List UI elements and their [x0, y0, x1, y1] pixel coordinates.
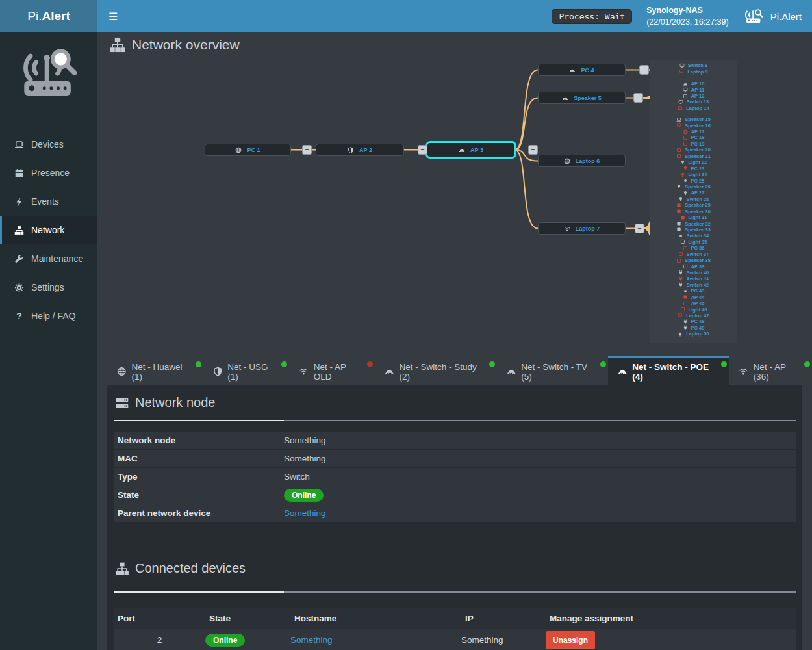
- network-node-ap-3[interactable]: AP 3: [425, 141, 516, 159]
- square-icon: [680, 239, 685, 244]
- device-node-pc-19[interactable]: PC 19: [650, 141, 737, 147]
- device-node-laptop-9[interactable]: Laptop 9: [650, 68, 737, 74]
- sidebar-item-presence[interactable]: Presence: [0, 159, 97, 187]
- app-logo[interactable]: Pi.Alert: [0, 0, 97, 32]
- hostname-link[interactable]: Something: [290, 635, 333, 645]
- device-node-label: Switch 28: [687, 196, 709, 202]
- sidebar-item-events[interactable]: Events: [0, 187, 97, 216]
- device-node-ap-12[interactable]: AP 12: [650, 93, 737, 99]
- network-node-pc-1[interactable]: PC 1: [205, 144, 291, 156]
- state-cell: Online: [205, 634, 290, 647]
- device-node-ap-44[interactable]: AP 44: [650, 294, 737, 300]
- sidebar-item-maintenance[interactable]: Maintenance: [0, 244, 97, 273]
- sidebar-item-help-faq[interactable]: ?Help / FAQ: [0, 302, 97, 330]
- sidebar-menu: DevicesPresenceEventsNetworkMaintenanceS…: [0, 130, 97, 330]
- device-node-laptop-47[interactable]: Laptop 47: [650, 313, 737, 318]
- bulb-icon: [683, 166, 688, 171]
- sidebar-item-devices[interactable]: Devices: [0, 130, 97, 159]
- status-dot-green: [281, 361, 287, 367]
- device-node-label: PC 43: [691, 288, 705, 294]
- device-node-switch-13[interactable]: Switch 13: [650, 99, 737, 105]
- status-dot-green: [721, 361, 727, 367]
- device-node-laptop-14[interactable]: Laptop 14: [650, 105, 737, 111]
- square-filled-icon: [676, 227, 681, 232]
- tab-net-switch-poe-4[interactable]: Net - Switch - POE (4): [608, 356, 729, 385]
- property-value: Something: [284, 508, 796, 518]
- plug-icon: [678, 276, 683, 281]
- network-node-pc-4[interactable]: PC 4: [538, 64, 626, 76]
- tab-label: Net - Switch - POE (4): [632, 362, 719, 382]
- network-node-laptop-6[interactable]: Laptop 6: [538, 155, 626, 167]
- tab-net-switch-tv-5[interactable]: Net - Switch - TV (5): [497, 356, 608, 385]
- device-node-pc-43[interactable]: PC 43: [650, 288, 737, 294]
- device-node-switch-41[interactable]: Switch 41: [650, 276, 737, 281]
- device-node-pc-23[interactable]: PC 23: [650, 165, 737, 171]
- wrench-icon: [14, 254, 24, 264]
- device-node-speaker-30[interactable]: Speaker 30: [650, 208, 737, 214]
- device-node-light-31[interactable]: Light 31: [650, 214, 737, 220]
- device-node-switch-37[interactable]: Switch 37: [650, 251, 737, 257]
- device-node-light-35[interactable]: Light 35: [650, 239, 737, 245]
- device-node-switch-28[interactable]: Switch 28: [650, 196, 737, 202]
- sidebar-item-network[interactable]: Network: [0, 216, 97, 244]
- tab-net-huawei-1[interactable]: Net - Huawei (1): [107, 356, 203, 385]
- device-node-laptop-50[interactable]: Laptop 50: [650, 331, 737, 337]
- unassign-button[interactable]: Unassign: [546, 631, 595, 649]
- collapse-button[interactable]: −: [302, 145, 312, 155]
- device-node-speaker-16[interactable]: Speaker 16: [650, 122, 737, 128]
- device-node-pc-49[interactable]: PC 49: [650, 325, 737, 331]
- device-node-pc-18[interactable]: PC 18: [650, 135, 737, 140]
- device-node-switch-34[interactable]: Switch 34: [650, 233, 737, 239]
- device-node-label: PC 25: [691, 178, 705, 184]
- property-row-state: StateOnline: [114, 486, 796, 504]
- device-node-speaker-20[interactable]: Speaker 20: [650, 147, 737, 153]
- collapse-button[interactable]: −: [633, 93, 643, 103]
- property-value: Something: [284, 454, 796, 463]
- device-node-label: Light 46: [689, 307, 707, 313]
- device-node-switch-8[interactable]: Switch 8: [650, 62, 737, 68]
- collapse-button[interactable]: −: [418, 145, 427, 155]
- device-node-ap-17[interactable]: AP 17: [650, 129, 737, 135]
- device-node-label: AP 39: [691, 264, 705, 270]
- device-node-label: Laptop 50: [686, 331, 709, 337]
- device-node-light-46[interactable]: Light 46: [650, 306, 737, 312]
- device-node-speaker-38[interactable]: Speaker 38: [650, 257, 737, 263]
- device-node-speaker-26[interactable]: Speaker 26: [650, 184, 737, 190]
- network-node-laptop-7[interactable]: Laptop 7: [538, 222, 626, 235]
- tab-label: Net - Huawei (1): [132, 362, 194, 382]
- tab-net-ap-36[interactable]: Net - AP (36): [729, 356, 812, 385]
- node-label: Speaker 5: [574, 95, 602, 101]
- device-node-switch-42[interactable]: Switch 42: [650, 282, 737, 288]
- collapse-button[interactable]: −: [635, 224, 644, 233]
- brand[interactable]: Pi.Alert: [743, 8, 802, 25]
- sidebar-item-settings[interactable]: Settings: [0, 273, 97, 302]
- device-node-ap-27[interactable]: AP 27: [650, 190, 737, 196]
- device-node-speaker-29[interactable]: Speaker 29: [650, 202, 737, 208]
- device-node-speaker-21[interactable]: Speaker 21: [650, 153, 737, 159]
- device-node-ap-39[interactable]: AP 39: [650, 263, 737, 269]
- network-node-ap-2[interactable]: AP 2: [316, 144, 404, 156]
- column-header-state: State: [205, 614, 290, 623]
- device-node-speaker-32[interactable]: Speaker 32: [650, 220, 737, 226]
- network-node-title: Network node: [115, 395, 215, 410]
- device-node-speaker-33[interactable]: Speaker 33: [650, 227, 737, 233]
- collapse-button[interactable]: −: [528, 145, 538, 155]
- device-node-speaker-15[interactable]: Speaker 15: [650, 116, 737, 122]
- device-node-switch-40[interactable]: Switch 40: [650, 270, 737, 276]
- tab-net-switch-study-2[interactable]: Net - Switch - Study (2): [375, 356, 497, 385]
- device-node-ap-11[interactable]: AP 11: [650, 86, 737, 92]
- tab-net-usg-1[interactable]: Net - USG (1): [203, 356, 290, 385]
- device-node-pc-25[interactable]: PC 25: [650, 177, 737, 183]
- collapse-button[interactable]: −: [639, 65, 649, 75]
- device-node-ap-10[interactable]: AP 10: [650, 81, 737, 86]
- sidebar-toggle-icon[interactable]: ☰: [97, 0, 129, 32]
- device-node-pc-48[interactable]: PC 48: [650, 318, 737, 324]
- device-node-label: Light 24: [689, 172, 707, 177]
- property-link[interactable]: Something: [284, 508, 326, 518]
- device-node-light-22[interactable]: Light 22: [650, 159, 737, 165]
- network-node-speaker-5[interactable]: Speaker 5: [538, 92, 626, 104]
- device-node-light-24[interactable]: Light 24: [650, 172, 737, 177]
- tab-net-ap-old[interactable]: Net - AP OLD: [289, 356, 375, 385]
- device-node-ap-45[interactable]: AP 45: [650, 300, 737, 306]
- device-node-pc-36[interactable]: PC 36: [650, 245, 737, 251]
